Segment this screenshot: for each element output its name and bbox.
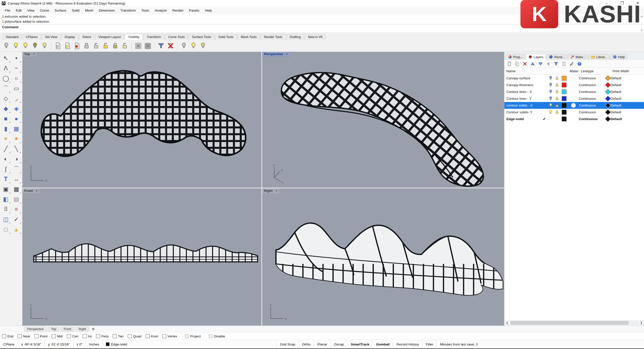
layer-color-swatch[interactable] (560, 117, 568, 121)
bulb-isolate-icon[interactable] (40, 42, 49, 50)
column-print-width[interactable]: Print Width (611, 69, 644, 73)
panel-tab-librar[interactable]: Librar... (589, 54, 610, 60)
explode-icon[interactable]: ✶ (1, 134, 11, 144)
viewport-tab-front[interactable]: Front (60, 327, 74, 332)
mesh-surface-icon[interactable]: ▦ (11, 124, 22, 134)
polyline-icon[interactable]: Λ (1, 63, 11, 73)
move-up-icon[interactable] (530, 61, 535, 67)
column-material[interactable]: Mater (568, 69, 579, 73)
status-pane-record-history[interactable]: Record History (393, 340, 422, 348)
layer-name[interactable]: Canopy-thickness (504, 83, 542, 87)
layer-visibility-bulb-icon[interactable] (547, 76, 554, 81)
osnap-project[interactable]: Project (185, 334, 201, 338)
layer-name[interactable]: Contour lines - Y (504, 97, 542, 100)
toolbar-tab-render-tools[interactable]: Render Tools (261, 34, 286, 40)
osnap-vertex[interactable]: Vertex (162, 334, 177, 338)
layer-print-width[interactable]: Default (611, 97, 644, 100)
settings-icon[interactable] (569, 61, 574, 67)
layer-print-width[interactable]: Default (611, 110, 644, 114)
toolbar-tab-curve-tools[interactable]: Curve Tools (165, 34, 188, 40)
layer-name[interactable]: contour solids - X (504, 103, 542, 107)
column-linetype[interactable]: Linetype (579, 69, 605, 73)
unlock-icon[interactable] (92, 42, 100, 50)
osnap-tan[interactable]: Tan (113, 334, 124, 338)
osnap-perp[interactable]: Perp (96, 334, 109, 338)
menu-surface[interactable]: Surface (52, 8, 69, 13)
checkbox-icon[interactable] (83, 334, 87, 338)
toolbar-tab-drafting[interactable]: Drafting (287, 34, 304, 40)
check-objects-icon[interactable]: ✓ (11, 214, 22, 224)
show-in-detail-icon[interactable] (166, 42, 175, 50)
checkbox-icon[interactable] (52, 334, 56, 338)
status-pane-y-51-0-15-16-[interactable]: y -51'-0 15/16" (45, 340, 73, 348)
checkbox-icon[interactable] (67, 334, 71, 338)
layer-linetype[interactable]: Continuous (579, 110, 605, 114)
osnap-end[interactable]: End (2, 334, 13, 338)
menu-edit[interactable]: Edit (13, 8, 24, 13)
layer-lock-icon[interactable] (554, 76, 560, 80)
checkbox-icon[interactable] (146, 334, 150, 338)
layer-row-canopy-thickness[interactable]: Canopy-thicknessContinuousDefault (504, 82, 644, 88)
checkbox-icon[interactable] (185, 334, 189, 338)
column-name[interactable]: Name (504, 69, 542, 73)
checkbox-icon[interactable] (18, 334, 22, 338)
osnap-mid[interactable]: Mid (52, 334, 63, 338)
menu-help[interactable]: Help (202, 8, 215, 13)
layer-color-swatch[interactable] (560, 76, 568, 81)
lock-selected-icon[interactable] (101, 42, 110, 50)
menu-view[interactable]: View (24, 8, 37, 13)
layer-linetype[interactable]: Continuous (579, 90, 605, 94)
layer-lock-icon[interactable] (554, 90, 560, 94)
circle-icon[interactable]: ◯ (1, 73, 11, 83)
panel-tab-help[interactable]: ?Help (610, 54, 627, 60)
layer-row-contour-lines-y[interactable]: Contour lines - YContinuousDefault (504, 95, 644, 102)
layer-print-width[interactable]: Default (611, 117, 644, 121)
layer-print-width[interactable]: Default (611, 83, 644, 87)
split-icon[interactable]: ╲ (11, 144, 22, 154)
trim-icon[interactable]: ╱ (1, 144, 11, 154)
hide-in-detail-icon[interactable] (157, 42, 165, 50)
layer-print-width[interactable]: Default (611, 103, 644, 107)
layer-print-width[interactable]: Default (611, 90, 644, 94)
boolean-difference-icon[interactable]: ◑ (11, 154, 22, 164)
viewport-tab-top[interactable]: Top (48, 327, 59, 332)
layer-visibility-bulb-icon[interactable] (547, 110, 554, 115)
layer-lock-icon[interactable] (554, 83, 560, 87)
osnap-cen[interactable]: Cen (67, 334, 78, 338)
layer-linetype[interactable]: Continuous (579, 97, 605, 100)
viewport-menu-arrow-icon[interactable]: ▼ (284, 53, 288, 55)
layer-lock-icon[interactable] (554, 103, 560, 108)
bulb-layer-on-icon[interactable] (189, 42, 198, 50)
panel-help-icon[interactable]: ? (577, 61, 582, 67)
cylinder-icon[interactable]: ▮ (1, 124, 11, 134)
grid-visibility-icon[interactable] (134, 42, 142, 50)
toolbar-tab-set-view[interactable]: Set View (42, 34, 61, 40)
extract-isocurve-icon[interactable]: ◫ (1, 214, 11, 224)
interpolate-curve-icon[interactable]: ~ (11, 63, 22, 73)
lock-icon[interactable] (82, 42, 91, 50)
toolbar-tab-cplanes[interactable]: CPlanes (23, 34, 41, 40)
layer-name[interactable]: Canopy-surface (504, 76, 542, 80)
layer-linetype[interactable]: Continuous (579, 76, 605, 80)
checkbox-icon[interactable] (34, 334, 38, 338)
move-down-icon[interactable] (538, 61, 543, 67)
bulb-layer-isolate-icon[interactable] (199, 42, 207, 50)
osnap-near[interactable]: Near (18, 334, 30, 338)
bulb-on-icon[interactable] (12, 42, 20, 50)
toolbar-tab-surface-tools[interactable]: Surface Tools (189, 34, 214, 40)
layer-linetype[interactable]: Continuous (579, 103, 605, 107)
viewport-right[interactable]: Right ▼ z y (262, 188, 504, 326)
hide-objects-icon[interactable]: □ (1, 224, 11, 234)
toolbar-tab-transform[interactable]: Transform (143, 34, 164, 40)
text-icon[interactable]: T (1, 174, 11, 184)
section-icon[interactable]: ▤ (11, 194, 22, 204)
menu-analyze[interactable]: Analyze (152, 8, 170, 13)
osnap-knot[interactable]: Knot (146, 334, 158, 338)
point-icon[interactable]: • (11, 53, 22, 63)
layer-name[interactable]: Edge-solid (504, 117, 542, 121)
move-scale-icon[interactable]: ↔ (11, 174, 22, 184)
layer-print-width[interactable]: Default (611, 76, 644, 80)
status-pane-filter[interactable]: Filter (422, 340, 437, 348)
viewport-title-right[interactable]: Right ▼ (262, 188, 279, 194)
checkbox-icon[interactable] (2, 334, 6, 338)
